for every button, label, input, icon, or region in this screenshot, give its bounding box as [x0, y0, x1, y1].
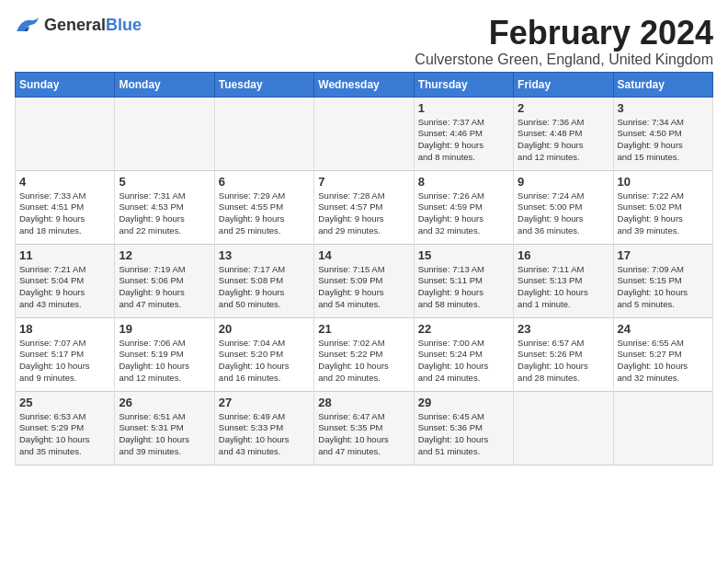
day-number: 25 [19, 396, 110, 409]
calendar-cell: 10Sunrise: 7:22 AM Sunset: 5:02 PM Dayli… [613, 170, 712, 244]
day-number: 21 [318, 322, 409, 336]
week-row-5: 25Sunrise: 6:53 AM Sunset: 5:29 PM Dayli… [16, 391, 713, 465]
week-row-3: 11Sunrise: 7:21 AM Sunset: 5:04 PM Dayli… [16, 244, 713, 317]
week-row-4: 18Sunrise: 7:07 AM Sunset: 5:17 PM Dayli… [16, 317, 713, 391]
day-info: Sunrise: 6:49 AM Sunset: 5:33 PM Dayligh… [219, 411, 310, 458]
calendar-cell [314, 97, 414, 170]
day-number: 12 [119, 248, 210, 262]
calendar-cell: 20Sunrise: 7:04 AM Sunset: 5:20 PM Dayli… [214, 317, 313, 391]
calendar-cell: 27Sunrise: 6:49 AM Sunset: 5:33 PM Dayli… [214, 391, 313, 465]
calendar-cell: 5Sunrise: 7:31 AM Sunset: 4:53 PM Daylig… [115, 170, 214, 244]
day-info: Sunrise: 6:51 AM Sunset: 5:31 PM Dayligh… [119, 411, 210, 458]
calendar-cell: 21Sunrise: 7:02 AM Sunset: 5:22 PM Dayli… [314, 317, 414, 391]
calendar-cell: 17Sunrise: 7:09 AM Sunset: 5:15 PM Dayli… [613, 244, 712, 317]
day-number: 27 [219, 396, 310, 409]
day-info: Sunrise: 6:45 AM Sunset: 5:36 PM Dayligh… [418, 411, 509, 458]
calendar-cell: 11Sunrise: 7:21 AM Sunset: 5:04 PM Dayli… [16, 244, 115, 317]
calendar-cell [514, 391, 613, 465]
header-row: SundayMondayTuesdayWednesdayThursdayFrid… [16, 72, 713, 97]
day-info: Sunrise: 7:15 AM Sunset: 5:09 PM Dayligh… [318, 264, 409, 311]
day-info: Sunrise: 7:00 AM Sunset: 5:24 PM Dayligh… [418, 338, 509, 385]
day-info: Sunrise: 7:24 AM Sunset: 5:00 PM Dayligh… [518, 190, 609, 237]
calendar-cell: 22Sunrise: 7:00 AM Sunset: 5:24 PM Dayli… [414, 317, 513, 391]
day-info: Sunrise: 7:22 AM Sunset: 5:02 PM Dayligh… [618, 190, 709, 237]
calendar-cell [214, 97, 313, 170]
day-info: Sunrise: 7:17 AM Sunset: 5:08 PM Dayligh… [219, 264, 310, 311]
calendar-cell [16, 97, 115, 170]
logo: GeneralBlue [15, 15, 142, 35]
calendar-cell: 28Sunrise: 6:47 AM Sunset: 5:35 PM Dayli… [314, 391, 414, 465]
calendar-cell: 4Sunrise: 7:33 AM Sunset: 4:51 PM Daylig… [16, 170, 115, 244]
day-info: Sunrise: 7:21 AM Sunset: 5:04 PM Dayligh… [19, 264, 110, 311]
calendar-cell [115, 97, 214, 170]
calendar-cell: 3Sunrise: 7:34 AM Sunset: 4:50 PM Daylig… [613, 97, 712, 170]
calendar-cell [613, 391, 712, 465]
day-info: Sunrise: 7:28 AM Sunset: 4:57 PM Dayligh… [318, 190, 409, 237]
day-number: 29 [418, 396, 509, 409]
day-info: Sunrise: 7:13 AM Sunset: 5:11 PM Dayligh… [418, 264, 509, 311]
day-number: 3 [618, 101, 709, 115]
day-number: 8 [418, 175, 509, 189]
day-number: 5 [119, 175, 210, 189]
day-number: 11 [19, 248, 110, 262]
day-number: 20 [219, 322, 310, 336]
calendar-cell: 9Sunrise: 7:24 AM Sunset: 5:00 PM Daylig… [514, 170, 613, 244]
day-info: Sunrise: 7:02 AM Sunset: 5:22 PM Dayligh… [318, 338, 409, 385]
day-number: 26 [119, 396, 210, 409]
calendar-cell: 2Sunrise: 7:36 AM Sunset: 4:48 PM Daylig… [514, 97, 613, 170]
calendar-cell: 7Sunrise: 7:28 AM Sunset: 4:57 PM Daylig… [314, 170, 414, 244]
day-number: 6 [219, 175, 310, 189]
header-friday: Friday [514, 72, 613, 97]
logo-blue: Blue [106, 16, 142, 34]
header-sunday: Sunday [16, 72, 115, 97]
calendar-cell: 1Sunrise: 7:37 AM Sunset: 4:46 PM Daylig… [414, 97, 513, 170]
header-saturday: Saturday [613, 72, 712, 97]
day-number: 2 [518, 101, 609, 115]
day-info: Sunrise: 7:06 AM Sunset: 5:19 PM Dayligh… [119, 338, 210, 385]
calendar-cell: 16Sunrise: 7:11 AM Sunset: 5:13 PM Dayli… [514, 244, 613, 317]
day-number: 1 [418, 101, 509, 115]
calendar-cell: 13Sunrise: 7:17 AM Sunset: 5:08 PM Dayli… [214, 244, 313, 317]
header-monday: Monday [115, 72, 214, 97]
calendar-cell: 12Sunrise: 7:19 AM Sunset: 5:06 PM Dayli… [115, 244, 214, 317]
day-info: Sunrise: 7:33 AM Sunset: 4:51 PM Dayligh… [19, 190, 110, 237]
day-number: 23 [518, 322, 609, 336]
calendar-cell: 14Sunrise: 7:15 AM Sunset: 5:09 PM Dayli… [314, 244, 414, 317]
calendar-header: SundayMondayTuesdayWednesdayThursdayFrid… [16, 72, 713, 97]
day-number: 10 [618, 175, 709, 189]
day-info: Sunrise: 7:11 AM Sunset: 5:13 PM Dayligh… [518, 264, 609, 311]
calendar-body: 1Sunrise: 7:37 AM Sunset: 4:46 PM Daylig… [16, 97, 713, 465]
day-info: Sunrise: 7:31 AM Sunset: 4:53 PM Dayligh… [119, 190, 210, 237]
day-number: 22 [418, 322, 509, 336]
day-number: 17 [618, 248, 709, 262]
logo-general: General [44, 16, 106, 34]
header: GeneralBlue February 2024 Culverstone Gr… [15, 15, 713, 68]
month-title: February 2024 [415, 15, 713, 52]
day-number: 7 [318, 175, 409, 189]
day-info: Sunrise: 7:34 AM Sunset: 4:50 PM Dayligh… [618, 117, 709, 164]
calendar-cell: 24Sunrise: 6:55 AM Sunset: 5:27 PM Dayli… [613, 317, 712, 391]
week-row-1: 1Sunrise: 7:37 AM Sunset: 4:46 PM Daylig… [16, 97, 713, 170]
day-info: Sunrise: 7:09 AM Sunset: 5:15 PM Dayligh… [618, 264, 709, 311]
calendar-cell: 8Sunrise: 7:26 AM Sunset: 4:59 PM Daylig… [414, 170, 513, 244]
day-number: 9 [518, 175, 609, 189]
day-info: Sunrise: 6:53 AM Sunset: 5:29 PM Dayligh… [19, 411, 110, 458]
logo-text: GeneralBlue [44, 16, 142, 35]
location-subtitle: Culverstone Green, England, United Kingd… [415, 52, 713, 68]
calendar-cell: 26Sunrise: 6:51 AM Sunset: 5:31 PM Dayli… [115, 391, 214, 465]
day-number: 14 [318, 248, 409, 262]
header-thursday: Thursday [414, 72, 513, 97]
day-info: Sunrise: 7:37 AM Sunset: 4:46 PM Dayligh… [418, 117, 509, 164]
calendar-cell: 29Sunrise: 6:45 AM Sunset: 5:36 PM Dayli… [414, 391, 513, 465]
day-info: Sunrise: 7:36 AM Sunset: 4:48 PM Dayligh… [518, 117, 609, 164]
calendar-cell: 25Sunrise: 6:53 AM Sunset: 5:29 PM Dayli… [16, 391, 115, 465]
day-info: Sunrise: 7:19 AM Sunset: 5:06 PM Dayligh… [119, 264, 210, 311]
logo-bird-icon [15, 15, 40, 35]
day-number: 4 [19, 175, 110, 189]
calendar-cell: 23Sunrise: 6:57 AM Sunset: 5:26 PM Dayli… [514, 317, 613, 391]
day-number: 28 [318, 396, 409, 409]
calendar-cell: 6Sunrise: 7:29 AM Sunset: 4:55 PM Daylig… [214, 170, 313, 244]
day-number: 19 [119, 322, 210, 336]
day-info: Sunrise: 7:29 AM Sunset: 4:55 PM Dayligh… [219, 190, 310, 237]
week-row-2: 4Sunrise: 7:33 AM Sunset: 4:51 PM Daylig… [16, 170, 713, 244]
